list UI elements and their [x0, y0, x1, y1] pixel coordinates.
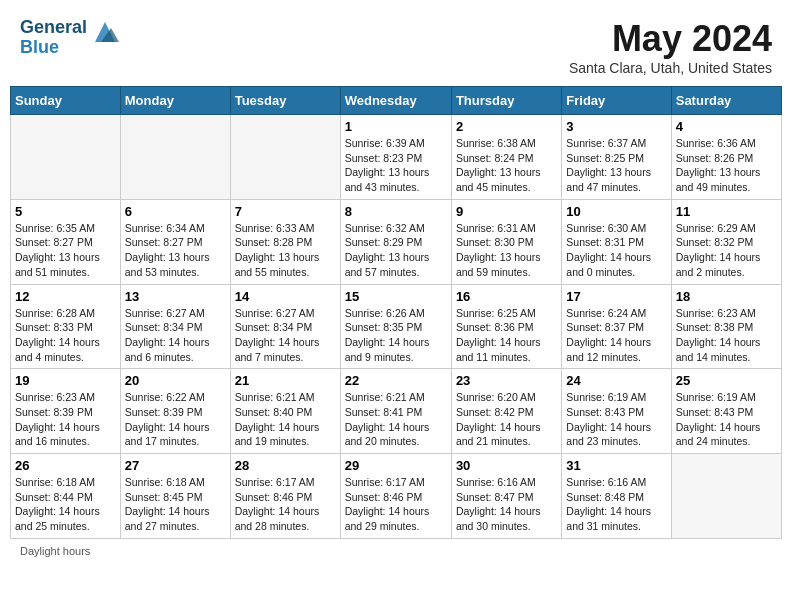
day-info: Sunrise: 6:19 AM Sunset: 8:43 PM Dayligh… — [566, 390, 666, 449]
footer: Daylight hours — [10, 539, 782, 563]
calendar-cell — [120, 115, 230, 200]
day-number: 24 — [566, 373, 666, 388]
calendar-cell: 27Sunrise: 6:18 AM Sunset: 8:45 PM Dayli… — [120, 454, 230, 539]
day-number: 16 — [456, 289, 557, 304]
day-number: 25 — [676, 373, 777, 388]
calendar-cell: 4Sunrise: 6:36 AM Sunset: 8:26 PM Daylig… — [671, 115, 781, 200]
logo-text: General Blue — [20, 18, 87, 58]
calendar-cell: 12Sunrise: 6:28 AM Sunset: 8:33 PM Dayli… — [11, 284, 121, 369]
day-number: 30 — [456, 458, 557, 473]
day-number: 3 — [566, 119, 666, 134]
day-info: Sunrise: 6:23 AM Sunset: 8:38 PM Dayligh… — [676, 306, 777, 365]
day-number: 5 — [15, 204, 116, 219]
logo: General Blue — [20, 18, 119, 58]
day-number: 9 — [456, 204, 557, 219]
day-info: Sunrise: 6:21 AM Sunset: 8:40 PM Dayligh… — [235, 390, 336, 449]
day-info: Sunrise: 6:22 AM Sunset: 8:39 PM Dayligh… — [125, 390, 226, 449]
day-number: 11 — [676, 204, 777, 219]
calendar-week-row: 1Sunrise: 6:39 AM Sunset: 8:23 PM Daylig… — [11, 115, 782, 200]
day-info: Sunrise: 6:32 AM Sunset: 8:29 PM Dayligh… — [345, 221, 447, 280]
calendar-week-row: 26Sunrise: 6:18 AM Sunset: 8:44 PM Dayli… — [11, 454, 782, 539]
day-info: Sunrise: 6:33 AM Sunset: 8:28 PM Dayligh… — [235, 221, 336, 280]
day-info: Sunrise: 6:24 AM Sunset: 8:37 PM Dayligh… — [566, 306, 666, 365]
day-info: Sunrise: 6:20 AM Sunset: 8:42 PM Dayligh… — [456, 390, 557, 449]
day-number: 12 — [15, 289, 116, 304]
calendar-cell: 9Sunrise: 6:31 AM Sunset: 8:30 PM Daylig… — [451, 199, 561, 284]
calendar-cell: 13Sunrise: 6:27 AM Sunset: 8:34 PM Dayli… — [120, 284, 230, 369]
calendar-cell: 29Sunrise: 6:17 AM Sunset: 8:46 PM Dayli… — [340, 454, 451, 539]
calendar-cell: 26Sunrise: 6:18 AM Sunset: 8:44 PM Dayli… — [11, 454, 121, 539]
day-info: Sunrise: 6:18 AM Sunset: 8:45 PM Dayligh… — [125, 475, 226, 534]
day-info: Sunrise: 6:29 AM Sunset: 8:32 PM Dayligh… — [676, 221, 777, 280]
day-info: Sunrise: 6:30 AM Sunset: 8:31 PM Dayligh… — [566, 221, 666, 280]
day-info: Sunrise: 6:16 AM Sunset: 8:48 PM Dayligh… — [566, 475, 666, 534]
calendar-cell: 15Sunrise: 6:26 AM Sunset: 8:35 PM Dayli… — [340, 284, 451, 369]
day-number: 8 — [345, 204, 447, 219]
day-number: 17 — [566, 289, 666, 304]
calendar-cell: 14Sunrise: 6:27 AM Sunset: 8:34 PM Dayli… — [230, 284, 340, 369]
day-number: 6 — [125, 204, 226, 219]
day-number: 4 — [676, 119, 777, 134]
calendar-cell: 22Sunrise: 6:21 AM Sunset: 8:41 PM Dayli… — [340, 369, 451, 454]
calendar-table: SundayMondayTuesdayWednesdayThursdayFrid… — [10, 86, 782, 539]
calendar-dow-wednesday: Wednesday — [340, 87, 451, 115]
calendar-cell — [230, 115, 340, 200]
logo-icon — [91, 18, 119, 46]
logo-line2: Blue — [20, 38, 87, 58]
calendar-week-row: 12Sunrise: 6:28 AM Sunset: 8:33 PM Dayli… — [11, 284, 782, 369]
calendar-cell: 2Sunrise: 6:38 AM Sunset: 8:24 PM Daylig… — [451, 115, 561, 200]
calendar-cell: 10Sunrise: 6:30 AM Sunset: 8:31 PM Dayli… — [562, 199, 671, 284]
calendar-cell: 8Sunrise: 6:32 AM Sunset: 8:29 PM Daylig… — [340, 199, 451, 284]
calendar-cell: 21Sunrise: 6:21 AM Sunset: 8:40 PM Dayli… — [230, 369, 340, 454]
day-number: 27 — [125, 458, 226, 473]
calendar-dow-monday: Monday — [120, 87, 230, 115]
day-info: Sunrise: 6:18 AM Sunset: 8:44 PM Dayligh… — [15, 475, 116, 534]
page-header: General Blue May 2024 Santa Clara, Utah,… — [10, 10, 782, 80]
calendar-cell: 31Sunrise: 6:16 AM Sunset: 8:48 PM Dayli… — [562, 454, 671, 539]
day-number: 13 — [125, 289, 226, 304]
day-info: Sunrise: 6:27 AM Sunset: 8:34 PM Dayligh… — [125, 306, 226, 365]
title-area: May 2024 Santa Clara, Utah, United State… — [569, 18, 772, 76]
calendar-cell: 6Sunrise: 6:34 AM Sunset: 8:27 PM Daylig… — [120, 199, 230, 284]
day-number: 7 — [235, 204, 336, 219]
calendar-cell: 24Sunrise: 6:19 AM Sunset: 8:43 PM Dayli… — [562, 369, 671, 454]
day-number: 23 — [456, 373, 557, 388]
day-number: 28 — [235, 458, 336, 473]
day-info: Sunrise: 6:25 AM Sunset: 8:36 PM Dayligh… — [456, 306, 557, 365]
calendar-week-row: 5Sunrise: 6:35 AM Sunset: 8:27 PM Daylig… — [11, 199, 782, 284]
daylight-label: Daylight hours — [20, 545, 90, 557]
day-number: 29 — [345, 458, 447, 473]
calendar-cell: 25Sunrise: 6:19 AM Sunset: 8:43 PM Dayli… — [671, 369, 781, 454]
day-info: Sunrise: 6:17 AM Sunset: 8:46 PM Dayligh… — [345, 475, 447, 534]
location: Santa Clara, Utah, United States — [569, 60, 772, 76]
month-title: May 2024 — [569, 18, 772, 60]
calendar-cell: 18Sunrise: 6:23 AM Sunset: 8:38 PM Dayli… — [671, 284, 781, 369]
calendar-cell: 7Sunrise: 6:33 AM Sunset: 8:28 PM Daylig… — [230, 199, 340, 284]
day-number: 10 — [566, 204, 666, 219]
calendar-week-row: 19Sunrise: 6:23 AM Sunset: 8:39 PM Dayli… — [11, 369, 782, 454]
calendar-cell — [671, 454, 781, 539]
day-number: 14 — [235, 289, 336, 304]
calendar-cell: 19Sunrise: 6:23 AM Sunset: 8:39 PM Dayli… — [11, 369, 121, 454]
day-info: Sunrise: 6:38 AM Sunset: 8:24 PM Dayligh… — [456, 136, 557, 195]
day-number: 2 — [456, 119, 557, 134]
calendar-dow-thursday: Thursday — [451, 87, 561, 115]
day-info: Sunrise: 6:27 AM Sunset: 8:34 PM Dayligh… — [235, 306, 336, 365]
day-info: Sunrise: 6:23 AM Sunset: 8:39 PM Dayligh… — [15, 390, 116, 449]
calendar-cell: 17Sunrise: 6:24 AM Sunset: 8:37 PM Dayli… — [562, 284, 671, 369]
day-number: 15 — [345, 289, 447, 304]
calendar-cell — [11, 115, 121, 200]
day-number: 18 — [676, 289, 777, 304]
day-number: 21 — [235, 373, 336, 388]
day-info: Sunrise: 6:34 AM Sunset: 8:27 PM Dayligh… — [125, 221, 226, 280]
calendar-cell: 11Sunrise: 6:29 AM Sunset: 8:32 PM Dayli… — [671, 199, 781, 284]
day-number: 19 — [15, 373, 116, 388]
day-info: Sunrise: 6:16 AM Sunset: 8:47 PM Dayligh… — [456, 475, 557, 534]
day-number: 1 — [345, 119, 447, 134]
day-info: Sunrise: 6:17 AM Sunset: 8:46 PM Dayligh… — [235, 475, 336, 534]
calendar-cell: 5Sunrise: 6:35 AM Sunset: 8:27 PM Daylig… — [11, 199, 121, 284]
day-info: Sunrise: 6:31 AM Sunset: 8:30 PM Dayligh… — [456, 221, 557, 280]
calendar-cell: 30Sunrise: 6:16 AM Sunset: 8:47 PM Dayli… — [451, 454, 561, 539]
day-info: Sunrise: 6:36 AM Sunset: 8:26 PM Dayligh… — [676, 136, 777, 195]
calendar-cell: 1Sunrise: 6:39 AM Sunset: 8:23 PM Daylig… — [340, 115, 451, 200]
